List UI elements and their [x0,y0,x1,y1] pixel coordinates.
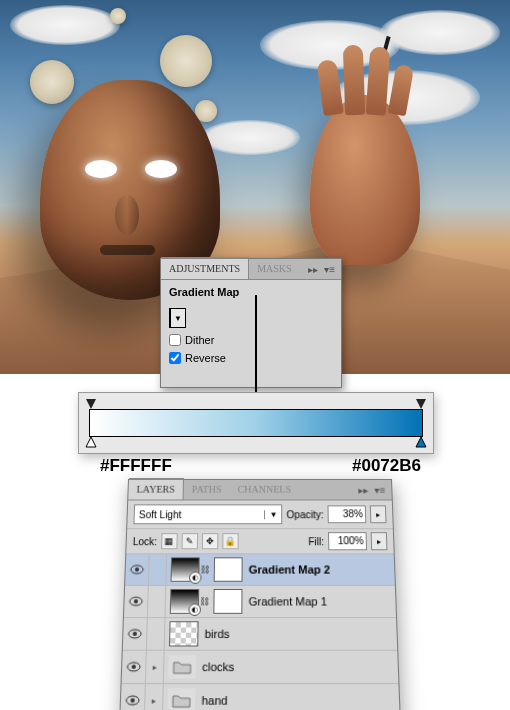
eye-icon [127,629,142,640]
link-col [148,586,166,617]
adjustments-panel: ADJUSTMENTS MASKS ▸▸ ▾≡ Gradient Map ▼ D… [160,258,342,388]
svg-point-7 [134,599,138,603]
fill-field[interactable]: 100% [328,532,367,550]
layer-row[interactable]: ▸ clocks [122,651,399,684]
cloud [10,5,120,45]
folder-icon [168,655,196,679]
svg-point-9 [133,632,137,636]
tab-channels[interactable]: CHANNELS [229,480,299,500]
panel-menu-icon[interactable]: ▾≡ [374,484,385,495]
opacity-label: Opacity: [287,509,324,520]
opacity-flyout[interactable]: ▸ [370,505,387,523]
layer-thumb: ◐ [170,589,199,614]
eye-icon [126,661,141,672]
reverse-checkbox[interactable]: Reverse [169,352,333,364]
layer-name[interactable]: Gradient Map 2 [249,563,331,575]
opacity-stop-right[interactable] [416,399,426,409]
tab-adjustments[interactable]: ADJUSTMENTS [161,257,249,279]
tab-paths[interactable]: PATHS [184,480,230,500]
face-eye-left [85,160,117,178]
adjustment-badge-icon: ◐ [188,603,201,616]
link-col [149,554,167,585]
layers-panel: LAYERS PATHS CHANNELS ▸▸ ▾≡ Soft Light ▼… [118,479,402,710]
blend-mode-select[interactable]: Soft Light ▼ [133,504,282,524]
svg-point-5 [135,567,139,571]
visibility-toggle[interactable] [122,651,147,683]
finger [366,46,391,115]
fill-flyout[interactable]: ▸ [371,532,388,550]
face-mouth [100,245,155,255]
layer-name[interactable]: hand [202,694,228,707]
panel-tabbar: ADJUSTMENTS MASKS ▸▸ ▾≡ [161,259,341,280]
mask-thumb [213,589,242,614]
mask-link-icon[interactable]: ⛓ [199,596,209,606]
color-stop-left[interactable] [86,437,96,447]
chevron-down-icon: ▼ [264,510,277,519]
cloud [200,120,300,155]
eye-icon [130,564,145,574]
mask-link-icon[interactable]: ⛓ [199,564,209,574]
hex-left: #FFFFFF [100,456,172,476]
reverse-input[interactable] [169,352,181,364]
svg-point-13 [130,698,134,702]
svg-marker-2 [86,437,96,447]
layer-row[interactable]: ▸ hand [120,684,399,710]
fill-label: Fill: [308,536,324,547]
visibility-toggle[interactable] [125,554,150,585]
svg-marker-1 [416,399,426,409]
layer-row[interactable]: ◐ ⛓ Gradient Map 2 [125,554,395,586]
lock-position-icon[interactable]: ✥ [202,533,218,549]
layer-name[interactable]: Gradient Map 1 [249,595,328,607]
gradient-editor [78,392,434,454]
color-stop-right[interactable] [416,437,426,447]
dither-input[interactable] [169,334,181,346]
tab-layers[interactable]: LAYERS [128,478,184,499]
dither-checkbox[interactable]: Dither [169,334,333,346]
svg-point-11 [132,665,136,669]
adjustment-badge-icon: ◐ [189,572,202,584]
expand-toggle[interactable]: ▸ [146,651,165,683]
finger [343,45,365,116]
visibility-toggle[interactable] [123,618,148,650]
mask-thumb [214,557,243,581]
expand-toggle[interactable]: ▸ [145,684,164,710]
panel-menu-icon[interactable]: ▾≡ [324,264,335,275]
tab-masks[interactable]: MASKS [249,259,299,279]
svg-marker-3 [416,437,426,447]
layer-thumb [169,621,199,646]
opacity-field[interactable]: 38% [327,505,366,523]
layers-tabbar: LAYERS PATHS CHANNELS ▸▸ ▾≡ [128,480,392,501]
lock-all-icon[interactable]: 🔒 [222,533,238,549]
hex-right: #0072B6 [352,456,421,476]
face-eye-right [145,160,177,178]
blend-mode-value: Soft Light [139,509,182,520]
gradient-dropdown[interactable]: ▼ [171,308,186,328]
layer-name[interactable]: birds [205,628,230,641]
layer-name[interactable]: clocks [202,660,234,673]
reverse-label: Reverse [185,352,226,364]
svg-marker-0 [86,399,96,409]
visibility-toggle[interactable] [124,586,149,617]
layer-row[interactable]: ◐ ⛓ Gradient Map 1 [124,586,396,618]
opacity-stop-left[interactable] [86,399,96,409]
adjustment-title: Gradient Map [169,286,333,298]
lock-label: Lock: [133,536,158,547]
panel-collapse-icon[interactable]: ▸▸ [358,484,368,495]
lock-paint-icon[interactable]: ✎ [181,533,198,549]
eye-icon [129,596,144,606]
folder-icon [167,688,195,710]
panel-collapse-icon[interactable]: ▸▸ [308,264,318,275]
face-nose [115,195,139,235]
link-col [147,618,166,650]
clock [160,35,212,87]
layer-row[interactable]: birds [123,618,397,651]
layer-thumb: ◐ [171,557,200,581]
visibility-toggle[interactable] [120,684,145,710]
clock [110,8,126,24]
gradient-bar[interactable] [89,409,423,437]
dither-label: Dither [185,334,214,346]
lock-transparent-icon[interactable]: ▦ [161,533,178,549]
gradient-preview[interactable] [169,308,171,328]
clock [30,60,74,104]
eye-icon [125,695,140,706]
